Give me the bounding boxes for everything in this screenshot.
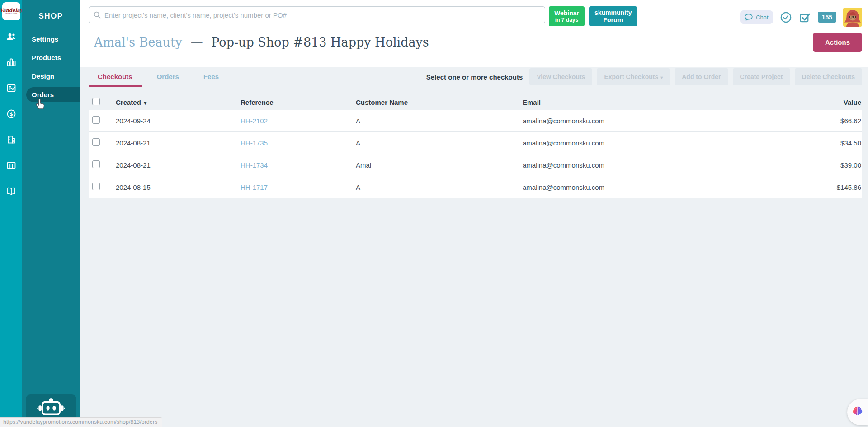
shop-sidebar-title: SHOP: [22, 12, 80, 21]
export-checkouts-button[interactable]: Export Checkouts▾: [597, 68, 670, 85]
sidebar-item-design[interactable]: Design: [22, 69, 80, 84]
app-window: Vandelay PROMOTIONS $: [0, 0, 868, 427]
export-checkouts-label: Export Checkouts: [604, 73, 658, 80]
svg-text:$: $: [9, 111, 13, 117]
row-checkbox[interactable]: [92, 138, 100, 146]
logo-sub-text: PROMOTIONS: [5, 13, 18, 14]
rail-icon-list: $: [6, 31, 17, 197]
created-header-label: Created: [116, 99, 141, 106]
cell-email: amalina@commonsku.com: [523, 139, 794, 147]
sales-dollar-icon[interactable]: $: [6, 108, 17, 119]
tabs-row: Checkouts Orders Fees Select one or more…: [89, 67, 862, 87]
cell-value: $39.00: [794, 161, 862, 169]
companies-building-icon[interactable]: [6, 134, 17, 145]
webinar-button-line1: Webinar: [554, 9, 579, 17]
chat-label: Chat: [756, 14, 768, 21]
cell-value: $66.62: [794, 117, 862, 125]
global-search: [89, 6, 545, 23]
cell-email: amalina@commonsku.com: [523, 117, 794, 125]
client-name-link[interactable]: Amal's Beauty: [94, 35, 182, 49]
status-url-bar: https://vandelaypromotions.commonsku.com…: [0, 417, 162, 427]
row-checkbox[interactable]: [92, 116, 100, 124]
webinar-button-line2: in 7 days: [555, 17, 578, 23]
checkout-toolbar: Select one or more checkouts View Checko…: [426, 68, 862, 85]
table-row: 2024-09-24 HH-2102 A amalina@commonsku.c…: [89, 110, 862, 132]
row-checkbox[interactable]: [92, 160, 100, 168]
content-panel: Checkouts Orders Fees Select one or more…: [80, 67, 868, 427]
selection-hint: Select one or more checkouts: [426, 73, 523, 81]
reference-link[interactable]: HH-1734: [241, 161, 268, 169]
page-title: Amal's Beauty — Pop-up Shop #813 Happy H…: [94, 35, 429, 49]
chat-button[interactable]: Chat: [740, 10, 773, 24]
add-to-order-button[interactable]: Add to Order: [675, 68, 728, 85]
table-row: 2024-08-21 HH-1734 Amal amalina@commonsk…: [89, 154, 862, 176]
cell-created: 2024-09-24: [116, 117, 241, 125]
order-list-icon[interactable]: [6, 83, 17, 94]
tab-orders[interactable]: Orders: [148, 67, 188, 87]
shop-menu: Settings Products Design Orders: [22, 32, 80, 106]
select-all-checkbox[interactable]: [92, 98, 100, 105]
topbar: Webinar in 7 days skummunity Forum Chat …: [80, 0, 868, 27]
forum-button-line2: Forum: [603, 16, 623, 23]
cell-created: 2024-08-15: [116, 183, 241, 191]
table-header-row: Created▼ Reference Customer Name Email V…: [89, 94, 862, 110]
create-project-button[interactable]: Create Project: [733, 68, 790, 85]
delete-checkouts-button[interactable]: Delete Checkouts: [795, 68, 862, 85]
icon-rail: Vandelay PROMOTIONS $: [0, 0, 22, 427]
topbar-icon-cluster: Chat 155: [740, 6, 862, 27]
sidebar-item-settings[interactable]: Settings: [22, 32, 80, 47]
shop-name-text: Pop-up Shop #813 Happy Holidays: [211, 35, 429, 49]
notifications-badge[interactable]: 155: [818, 12, 836, 23]
column-header-email[interactable]: Email: [523, 99, 794, 106]
finance-table-icon[interactable]: [6, 160, 17, 171]
checkouts-table: Created▼ Reference Customer Name Email V…: [89, 94, 862, 198]
brain-icon: [852, 405, 863, 419]
row-checkbox[interactable]: [92, 183, 100, 190]
reference-link[interactable]: HH-1717: [241, 183, 268, 191]
view-checkouts-button[interactable]: View Checkouts: [529, 68, 592, 85]
tab-checkouts[interactable]: Checkouts: [89, 67, 142, 87]
forum-button[interactable]: skummunity Forum: [589, 6, 637, 26]
robot-icon: [37, 396, 65, 419]
forum-button-line1: skummunity: [594, 9, 632, 16]
column-header-value[interactable]: Value: [794, 99, 862, 106]
search-input[interactable]: [89, 6, 545, 23]
cell-value: $145.86: [794, 183, 862, 191]
table-row: 2024-08-15 HH-1717 A amalina@commonsku.c…: [89, 176, 862, 198]
cell-customer: A: [356, 139, 523, 147]
reference-link[interactable]: HH-2102: [241, 117, 268, 125]
cell-customer: A: [356, 183, 523, 191]
table-row: 2024-08-21 HH-1735 A amalina@commonsku.c…: [89, 132, 862, 154]
search-icon: [93, 11, 101, 19]
chat-bubble-icon: [744, 13, 754, 22]
column-header-customer[interactable]: Customer Name: [356, 99, 523, 106]
cell-customer: Amal: [356, 161, 523, 169]
title-separator: —: [191, 35, 203, 49]
shop-sidebar: SHOP Settings Products Design Orders: [22, 0, 80, 427]
resources-book-icon[interactable]: [6, 186, 17, 197]
column-header-created[interactable]: Created▼: [116, 99, 241, 106]
page-header: Amal's Beauty — Pop-up Shop #813 Happy H…: [80, 32, 868, 52]
logo-brand-text: Vandelay: [0, 8, 23, 13]
cell-value: $34.50: [794, 139, 862, 147]
contacts-icon[interactable]: [6, 31, 17, 42]
user-avatar[interactable]: [843, 8, 862, 27]
sidebar-item-products[interactable]: Products: [22, 50, 80, 65]
chevron-down-icon: ▾: [660, 75, 663, 80]
sort-desc-icon: ▼: [143, 100, 148, 106]
column-header-reference[interactable]: Reference: [241, 99, 356, 106]
tab-fees[interactable]: Fees: [194, 67, 228, 87]
company-logo[interactable]: Vandelay PROMOTIONS: [2, 2, 20, 20]
reference-link[interactable]: HH-1735: [241, 139, 268, 147]
cell-customer: A: [356, 117, 523, 125]
cell-created: 2024-08-21: [116, 161, 241, 169]
cell-created: 2024-08-21: [116, 139, 241, 147]
cell-email: amalina@commonsku.com: [523, 161, 794, 169]
sidebar-item-orders[interactable]: Orders: [26, 87, 80, 102]
tasks-checkbox-icon[interactable]: [799, 11, 811, 23]
actions-button[interactable]: Actions: [813, 33, 862, 52]
status-check-icon[interactable]: [780, 11, 792, 23]
main-area: Webinar in 7 days skummunity Forum Chat …: [80, 0, 868, 427]
reports-icon[interactable]: [6, 57, 17, 68]
webinar-button[interactable]: Webinar in 7 days: [549, 6, 585, 26]
